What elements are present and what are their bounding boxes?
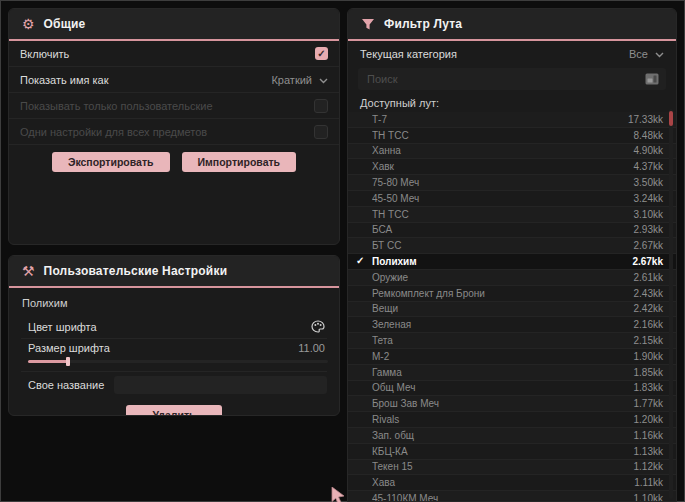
loot-item-value: 1.10kk [634,493,663,501]
setting-row-enable: Включить ✓ [9,41,339,67]
loot-item-name: Тета [372,335,634,346]
loot-item-row[interactable]: Т-7 17.33kk [348,112,676,128]
loot-item-value: 1.11kk [634,477,663,488]
chevron-down-icon [655,48,664,60]
tools-icon: ⚒ [22,264,35,278]
loot-item-value: 2.42kk [634,303,663,314]
loot-item-row[interactable]: Ханна 4.90kk [348,144,676,160]
loot-item-row[interactable]: 45-110КМ Меч 1.10kk [348,491,676,501]
loot-item-name: ТН ТСС [372,130,634,141]
loot-item-row[interactable]: Текен 15 1.12kk [348,460,676,476]
loot-item-name: 45-110КМ Меч [372,493,634,501]
panel-loot-title: Фильтр Лута [384,17,462,31]
same-settings-checkbox[interactable] [314,125,328,139]
only-custom-checkbox[interactable] [314,99,328,113]
category-row: Текущая категория Все [348,41,676,66]
loot-item-row[interactable]: ✓ Полихим 2.67kk [348,254,676,270]
category-dropdown[interactable]: Все [629,48,664,60]
loot-item-row[interactable]: Rivals 1.20kk [348,412,676,428]
panel-custom-header: ⚒ Пользовательские Настройки [9,256,339,288]
slider-track [28,360,328,363]
import-button[interactable]: Импортировать [182,152,297,172]
loot-item-name: Текен 15 [372,461,634,472]
loot-item-row[interactable]: БСА 2.93kk [348,223,676,239]
palette-icon[interactable] [311,320,325,333]
loot-item-name: Ремкомплект для Брони [372,288,634,299]
search-options-icon[interactable] [645,73,659,85]
loot-item-name: КБЦ-КА [372,446,634,457]
loot-item-row[interactable]: Хавк 4.37kk [348,159,676,175]
loot-item-value: 3.24kk [634,193,663,204]
loot-item-name: Полихим [372,256,632,267]
loot-item-value: 1.85kk [634,367,663,378]
loot-item-row[interactable]: Брош Зав Меч 1.77kk [348,396,676,412]
loot-item-name: М-2 [372,351,634,362]
category-label: Текущая категория [360,48,457,60]
loot-item-name: 45-50 Меч [372,193,634,204]
loot-item-row[interactable]: Зеленая 2.16kk [348,317,676,333]
only-custom-label: Показывать только пользовательские [20,100,213,112]
display-name-dropdown[interactable]: Краткий [271,74,328,86]
scrollbar[interactable] [669,109,673,499]
panel-custom-settings: ⚒ Пользовательские Настройки Полихим Цве… [8,255,340,416]
slider-fill [28,360,68,363]
loot-item-value: 2.67kk [632,256,663,267]
loot-item-row[interactable]: М-2 1.90kk [348,349,676,365]
panel-general-title: Общие [44,17,86,31]
font-size-row: Размер шрифта 11.00 [21,339,327,372]
panel-custom-title: Пользовательские Настройки [44,264,228,278]
loot-item-row[interactable]: Вещи 2.42kk [348,302,676,318]
loot-item-row[interactable]: 75-80 Меч 3.50kk [348,175,676,191]
same-settings-label: Одни настройки для всех предметов [20,126,207,138]
loot-item-name: Зап. общ [372,430,634,441]
loot-item-value: 1.20kk [634,414,663,425]
loot-item-row[interactable]: Оружие 2.61kk [348,270,676,286]
loot-item-row[interactable]: ТН ТСС 8.48kk [348,128,676,144]
loot-item-row[interactable]: Ремкомплект для Брони 2.43kk [348,286,676,302]
loot-item-value: 2.93kk [634,224,663,235]
custom-name-row: Свое название [21,372,327,398]
loot-item-value: 4.37kk [634,161,663,172]
loot-list-label: Доступный лут: [348,93,676,112]
enable-checkbox[interactable]: ✓ [315,47,328,60]
loot-item-value: 17.33kk [628,114,663,125]
loot-item-name: Общ Меч [372,382,634,393]
loot-item-value: 2.43kk [634,288,663,299]
loot-item-row[interactable]: Гамма 1.85kk [348,365,676,381]
font-size-label: Размер шрифта [28,342,110,354]
funnel-icon [361,18,375,31]
loot-item-value: 1.13kk [634,446,663,457]
selected-item-name: Полихим [22,297,327,309]
general-buttons-row: Экспортировать Импортировать [9,152,339,172]
setting-row-display-name: Показать имя как Краткий [9,67,339,93]
loot-item-row[interactable]: Зап. общ 1.16kk [348,428,676,444]
loot-item-value: 1.77kk [634,398,663,409]
font-color-row: Цвет шрифта [21,315,327,339]
loot-item-name: Брош Зав Меч [372,398,634,409]
loot-item-row[interactable]: ТН ТСС 3.10kk [348,207,676,223]
loot-item-row[interactable]: Тета 2.15kk [348,333,676,349]
setting-row-only-custom: Показывать только пользовательские [9,93,339,119]
slider-handle[interactable] [66,357,70,366]
delete-button[interactable]: Удалить [126,405,221,416]
font-size-value: 11.00 [298,342,325,354]
search-input[interactable] [358,68,666,90]
loot-item-name: Т-7 [372,114,628,125]
search-bar [358,68,666,90]
scrollbar-thumb[interactable] [669,111,673,126]
loot-item-row[interactable]: 45-50 Меч 3.24kk [348,191,676,207]
loot-item-row[interactable]: КБЦ-КА 1.13kk [348,444,676,460]
font-size-slider[interactable] [28,357,328,366]
custom-name-input[interactable] [114,376,327,394]
export-button[interactable]: Экспортировать [52,152,170,172]
loot-item-row[interactable]: Общ Меч 1.83kk [348,381,676,397]
loot-item-row[interactable]: БТ СС 2.67kk [348,238,676,254]
loot-item-row[interactable]: Хава 1.11kk [348,475,676,491]
panel-general-header: ⚙ Общие [9,9,339,41]
loot-item-value: 3.10kk [634,209,663,220]
loot-item-value: 3.50kk [634,177,663,188]
loot-item-value: 2.67kk [634,240,663,251]
loot-item-value: 2.61kk [634,272,663,283]
loot-item-name: Хавк [372,161,634,172]
loot-item-value: 2.15kk [634,335,663,346]
